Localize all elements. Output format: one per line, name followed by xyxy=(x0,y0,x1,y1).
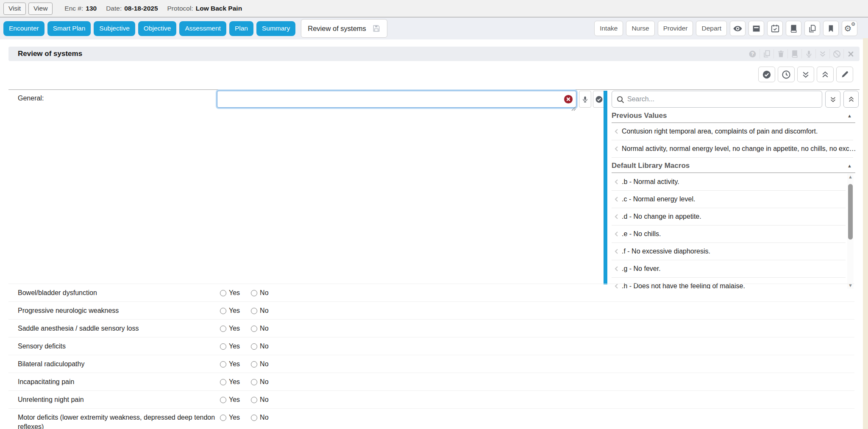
no-radio[interactable] xyxy=(251,415,257,421)
no-radio[interactable] xyxy=(251,290,257,296)
no-radio[interactable] xyxy=(251,379,257,385)
top-bar: Visit View Enc #: 130 Date: 08-18-2025 P… xyxy=(0,0,868,17)
sidebar-collapse-all-button[interactable] xyxy=(843,91,859,108)
provider-button[interactable]: Provider xyxy=(658,21,693,36)
section-divider xyxy=(8,89,860,90)
copy-note-button[interactable] xyxy=(760,49,773,58)
nav-objective-button[interactable]: Objective xyxy=(138,21,177,36)
complete-button[interactable] xyxy=(758,67,775,82)
yes-radio[interactable] xyxy=(220,326,226,332)
macro-text: .e - No chills. xyxy=(622,230,661,238)
chevrons-up-icon xyxy=(848,96,855,103)
tab-review-of-systems[interactable]: Review of systems xyxy=(301,19,387,38)
macro-text: .c - Normal energy level. xyxy=(622,195,695,203)
yes-radio[interactable] xyxy=(220,397,226,403)
search-input[interactable] xyxy=(612,91,822,107)
previous-value-item[interactable]: Normal activity, normal energy level, no… xyxy=(612,140,853,158)
expand-all-button[interactable] xyxy=(815,49,829,58)
trash-icon xyxy=(777,50,785,58)
history-button[interactable] xyxy=(778,67,795,82)
archive-button[interactable] xyxy=(748,21,764,36)
yes-no-group: Yes No xyxy=(220,378,269,386)
yes-no-group: Yes No xyxy=(220,307,269,315)
no-radio[interactable] xyxy=(251,326,257,332)
book-icon xyxy=(789,24,798,33)
calendar-check-icon xyxy=(771,24,780,33)
scrollbar-thumb[interactable] xyxy=(848,184,853,240)
pencil-icon xyxy=(840,70,849,79)
no-radio[interactable] xyxy=(251,397,257,403)
nav-encounter-button[interactable]: Encounter xyxy=(3,21,45,36)
copy-button[interactable] xyxy=(804,21,820,36)
search-icon xyxy=(616,95,625,104)
no-radio[interactable] xyxy=(251,343,257,350)
eye-button[interactable] xyxy=(730,21,746,36)
nav-plan-button[interactable]: Plan xyxy=(229,21,253,36)
edit-button[interactable] xyxy=(836,67,853,82)
settings-button[interactable]: ⚙ ⚙ xyxy=(842,21,857,36)
archive-box-icon xyxy=(752,24,761,33)
previous-value-item[interactable]: Contusion right temporal area, complaint… xyxy=(612,123,853,140)
right-edge-strip xyxy=(863,38,868,429)
collapse-section-icon[interactable]: ▲ xyxy=(847,163,852,168)
delete-button[interactable] xyxy=(773,49,787,58)
calendar-button[interactable] xyxy=(767,21,783,36)
intake-button[interactable]: Intake xyxy=(594,21,623,36)
macro-text: .g - No fever. xyxy=(622,265,661,273)
question-label: Saddle anesthesia / saddle sensory loss xyxy=(18,324,217,333)
collapse-section-icon[interactable]: ▲ xyxy=(847,113,852,118)
nav-subjective-button[interactable]: Subjective xyxy=(94,21,135,36)
sidebar-expand-all-button[interactable] xyxy=(825,91,840,108)
disable-button[interactable] xyxy=(829,49,843,58)
yes-label: Yes xyxy=(229,396,240,404)
macro-item[interactable]: .e - No chills. xyxy=(612,226,846,243)
protocol: Protocol: Low Back Pain xyxy=(167,5,242,12)
question-label: Sensory deficits xyxy=(18,342,217,351)
nav-smart-plan-button[interactable]: Smart Plan xyxy=(47,21,91,36)
resize-grip-icon[interactable] xyxy=(571,106,576,111)
macro-item[interactable]: .b - Normal activity. xyxy=(612,173,846,191)
yes-radio[interactable] xyxy=(220,361,226,368)
no-radio[interactable] xyxy=(251,361,257,368)
macro-sidebar: Previous Values ▲ Contusion right tempor… xyxy=(612,91,860,289)
yes-radio[interactable] xyxy=(220,415,226,421)
macro-item[interactable]: .c - Normal energy level. xyxy=(612,191,846,208)
red-flag-questions: Bowel/bladder dysfunction Yes No Progres… xyxy=(8,284,854,429)
insert-left-icon xyxy=(614,248,618,254)
macro-text: .d - No change in appetite. xyxy=(622,213,701,220)
view-button[interactable]: View xyxy=(28,3,53,15)
bookmark-icon xyxy=(827,25,835,33)
question-label: Bowel/bladder dysfunction xyxy=(18,288,217,298)
macro-item[interactable]: .f - No excessive diaphoresis. xyxy=(612,243,846,260)
nurse-button[interactable]: Nurse xyxy=(626,21,654,36)
nav-assessment-button[interactable]: Assessment xyxy=(179,21,226,36)
macros-title: Default Library Macros xyxy=(612,162,690,170)
yes-label: Yes xyxy=(229,414,240,421)
yes-radio[interactable] xyxy=(220,379,226,385)
close-icon xyxy=(847,50,854,58)
library-button[interactable] xyxy=(786,21,801,36)
collapse-all-fields-button[interactable] xyxy=(817,67,834,82)
help-button[interactable]: ? xyxy=(746,49,760,58)
dictate-button[interactable] xyxy=(801,49,815,58)
no-label: No xyxy=(260,360,268,368)
macro-item[interactable]: .g - No fever. xyxy=(612,260,846,278)
expand-all-fields-button[interactable] xyxy=(797,67,814,82)
yes-radio[interactable] xyxy=(220,308,226,314)
nav-summary-button[interactable]: Summary xyxy=(256,21,295,36)
bookmark-button[interactable] xyxy=(823,21,839,36)
depart-button[interactable]: Depart xyxy=(696,21,727,36)
macro-item[interactable]: .d - No change in appetite. xyxy=(612,208,846,226)
visit-button[interactable]: Visit xyxy=(3,3,26,15)
macro-scrollbar[interactable]: ▲ ▼ xyxy=(847,173,854,289)
clear-field-button[interactable] xyxy=(564,95,573,104)
library-note-button[interactable] xyxy=(787,49,801,58)
close-panel-button[interactable] xyxy=(843,49,857,58)
yes-radio[interactable] xyxy=(220,290,226,296)
general-input[interactable] xyxy=(217,91,576,108)
yes-no-group: Yes No xyxy=(220,396,269,404)
scroll-up-icon[interactable]: ▲ xyxy=(847,174,854,179)
field-dictate-button[interactable] xyxy=(579,91,591,108)
no-radio[interactable] xyxy=(251,308,257,314)
yes-radio[interactable] xyxy=(220,343,226,350)
